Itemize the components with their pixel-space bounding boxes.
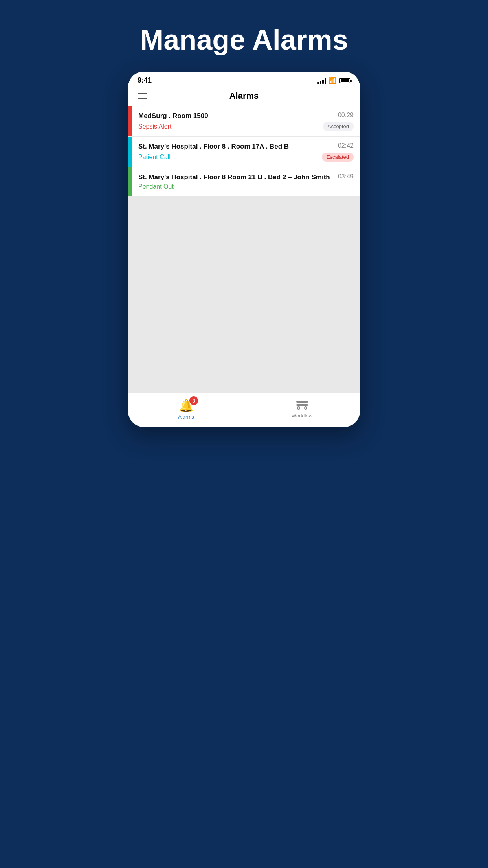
battery-icon: [339, 78, 350, 83]
workflow-icon: [295, 399, 309, 411]
svg-rect-0: [296, 401, 308, 403]
alarm-time-2: 02:42: [338, 142, 354, 149]
alarm-item-1[interactable]: MedSurg . Room 1500 00:29 Sepsis Alert A…: [128, 106, 360, 137]
alarm-badge-2: Escalated: [322, 153, 354, 162]
alarm-top-row-2: St. Mary's Hospital . Floor 8 . Room 17A…: [138, 142, 354, 151]
tab-alarms-label: Alarms: [178, 414, 194, 420]
alarm-location-3: St. Mary's Hospital . Floor 8 Room 21 B …: [138, 173, 334, 182]
tab-workflow[interactable]: Workflow: [244, 396, 360, 422]
alarm-time-1: 00:29: [338, 112, 354, 119]
alarm-top-row-3: St. Mary's Hospital . Floor 8 Room 21 B …: [138, 173, 354, 182]
svg-rect-1: [296, 404, 308, 406]
alarm-type-3: Pendant Out: [138, 183, 174, 190]
alarm-location-2: St. Mary's Hospital . Floor 8 . Room 17A…: [138, 142, 334, 151]
alarm-time-3: 03:49: [338, 173, 354, 180]
outer-container: Manage Alarms 9:41 📶: [0, 0, 488, 868]
phone-frame: 9:41 📶 Alarms: [128, 72, 360, 427]
alarm-item-2[interactable]: St. Mary's Hospital . Floor 8 . Room 17A…: [128, 137, 360, 167]
status-time: 9:41: [138, 76, 152, 85]
svg-point-3: [305, 407, 307, 409]
status-bar: 9:41 📶: [128, 72, 360, 88]
tab-alarms-icon-wrap: 🔔 3: [179, 399, 193, 412]
svg-point-2: [297, 407, 300, 409]
tab-alarms[interactable]: 🔔 3 Alarms: [128, 396, 244, 422]
signal-bars-icon: [317, 77, 326, 84]
alarm-location-1: MedSurg . Room 1500: [138, 112, 334, 120]
alarm-type-2: Patient Call: [138, 154, 171, 161]
alarm-color-bar-3: [128, 167, 132, 196]
app-header-title: Alarms: [149, 91, 339, 101]
tab-workflow-label: Workflow: [292, 413, 312, 419]
page-title: Manage Alarms: [140, 24, 348, 56]
alarm-bottom-row-2: Patient Call Escalated: [138, 153, 354, 162]
wifi-icon: 📶: [328, 77, 336, 84]
alarm-item-3[interactable]: St. Mary's Hospital . Floor 8 Room 21 B …: [128, 167, 360, 196]
alarm-content-1: MedSurg . Room 1500 00:29 Sepsis Alert A…: [132, 106, 360, 136]
hamburger-menu-button[interactable]: [136, 91, 149, 101]
alarm-content-2: St. Mary's Hospital . Floor 8 . Room 17A…: [132, 137, 360, 167]
alarm-color-bar-1: [128, 106, 132, 136]
alarm-type-1: Sepsis Alert: [138, 123, 171, 130]
alarm-bottom-row-1: Sepsis Alert Accepted: [138, 122, 354, 131]
alarm-color-bar-2: [128, 137, 132, 167]
alarm-top-row-1: MedSurg . Room 1500 00:29: [138, 112, 354, 120]
tab-bar: 🔔 3 Alarms Workflow: [128, 393, 360, 427]
status-icons: 📶: [317, 77, 350, 84]
alarm-empty-area: [128, 196, 360, 393]
alarm-badge-1: Accepted: [323, 122, 354, 131]
alarms-badge-count: 3: [189, 396, 198, 405]
alarm-list: MedSurg . Room 1500 00:29 Sepsis Alert A…: [128, 106, 360, 196]
alarm-content-3: St. Mary's Hospital . Floor 8 Room 21 B …: [132, 167, 360, 196]
alarm-bottom-row-3: Pendant Out: [138, 183, 354, 190]
app-header: Alarms: [128, 88, 360, 106]
